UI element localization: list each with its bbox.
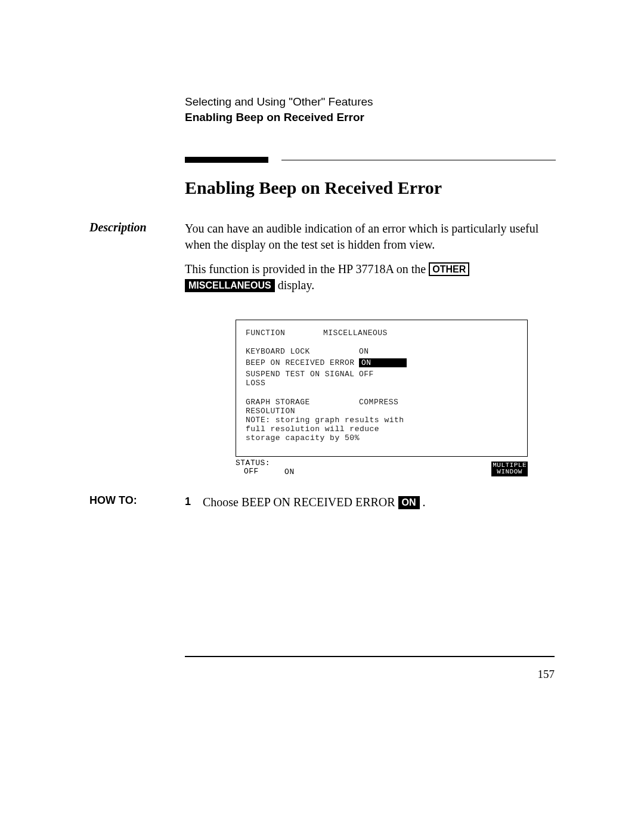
page-number: 157 bbox=[185, 668, 555, 681]
section-divider bbox=[185, 154, 566, 165]
running-header: Selecting and Using "Other" Features Ena… bbox=[185, 95, 566, 124]
description-para2: This function is provided in the HP 3771… bbox=[185, 261, 566, 293]
lcd-keyboard-lock-value: ON bbox=[359, 347, 369, 356]
lcd-function-value: MISCELLANEOUS bbox=[323, 329, 388, 337]
header-section: Enabling Beep on Received Error bbox=[185, 111, 566, 124]
lcd-beep-label: BEEP ON RECEIVED ERROR bbox=[246, 358, 359, 367]
step-text: Choose BEEP ON RECEIVED ERROR ON . bbox=[203, 494, 426, 510]
on-key: ON bbox=[398, 496, 420, 509]
footer-rule bbox=[185, 656, 555, 657]
lcd-keyboard-lock-label: KEYBOARD LOCK bbox=[246, 347, 359, 356]
thin-rule bbox=[281, 160, 556, 161]
thick-rule bbox=[185, 157, 268, 163]
lcd-graph-label: GRAPH STORAGE RESOLUTION bbox=[246, 398, 359, 416]
lcd-function-label: FUNCTION bbox=[246, 329, 323, 337]
lcd-graph-value: COMPRESS bbox=[359, 398, 398, 416]
lcd-suspend-label: SUSPEND TEST ON SIGNAL LOSS bbox=[246, 370, 359, 388]
other-key: OTHER bbox=[429, 262, 469, 276]
softkey-on: ON bbox=[284, 460, 295, 476]
description-label: Description bbox=[89, 221, 185, 302]
softkey-off: OFF bbox=[236, 467, 270, 476]
howto-label: HOW TO: bbox=[89, 494, 185, 510]
howto-body: 1 Choose BEEP ON RECEIVED ERROR ON . bbox=[185, 494, 566, 510]
description-body: You can have an audible indication of an… bbox=[185, 221, 566, 302]
page-content: Selecting and Using "Other" Features Ena… bbox=[89, 95, 566, 510]
lcd-status: STATUS: OFF bbox=[236, 459, 270, 476]
header-chapter: Selecting and Using "Other" Features bbox=[185, 95, 566, 109]
howto-block: HOW TO: 1 Choose BEEP ON RECEIVED ERROR … bbox=[89, 494, 566, 510]
lcd-beep-value: ON bbox=[359, 358, 407, 367]
lcd-screen: FUNCTION MISCELLANEOUS KEYBOARD LOCK ON … bbox=[236, 320, 528, 457]
miscellaneous-key: MISCELLANEOUS bbox=[185, 279, 275, 292]
lcd-note: NOTE: storing graph results with full re… bbox=[246, 416, 419, 443]
step-number: 1 bbox=[185, 494, 203, 510]
lcd-suspend-value: OFF bbox=[359, 370, 374, 388]
section-title: Enabling Beep on Received Error bbox=[185, 178, 566, 198]
lcd-softkey-row: STATUS: OFF ON MULTIPLE WINDOW bbox=[236, 459, 528, 476]
description-para1: You can have an audible indication of an… bbox=[185, 221, 566, 253]
softkey-multiple-window: MULTIPLE WINDOW bbox=[491, 462, 528, 476]
lcd-screenshot: FUNCTION MISCELLANEOUS KEYBOARD LOCK ON … bbox=[236, 320, 528, 476]
lcd-graph-block: GRAPH STORAGE RESOLUTION COMPRESS NOTE: … bbox=[246, 398, 518, 443]
description-block: Description You can have an audible indi… bbox=[89, 221, 566, 302]
